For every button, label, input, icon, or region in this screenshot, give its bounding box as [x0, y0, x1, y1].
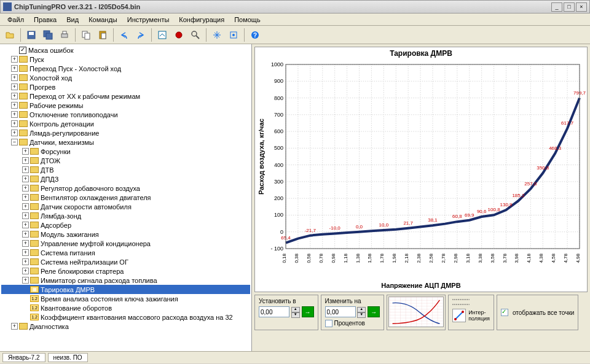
set-apply-button[interactable]: → — [302, 306, 314, 317]
tree-subfolder[interactable]: +Система нейтрализации ОГ — [1, 257, 250, 266]
expand-icon[interactable]: + — [11, 111, 18, 118]
tree-sensors[interactable]: −Датчики, механизмы — [1, 137, 250, 147]
menu-edit[interactable]: Правка — [29, 15, 61, 25]
tree-folder[interactable]: +Переход от ХХ к рабочим режимам — [1, 91, 250, 101]
change-input[interactable] — [325, 306, 356, 317]
tree-subfolder[interactable]: +Вентилятор охлаждения двигателя — [1, 193, 250, 202]
maximize-button[interactable]: □ — [564, 2, 575, 12]
expand-icon[interactable]: + — [11, 65, 18, 72]
tree-subfolder[interactable]: +Адсорбер — [1, 220, 250, 230]
tool2-icon[interactable] — [171, 28, 186, 42]
tree-folder[interactable]: +Рабочие режимы — [1, 101, 250, 110]
close-button[interactable]: × — [576, 2, 587, 12]
spin-up-icon[interactable]: ▲ — [357, 307, 366, 312]
toolbar: ? — [0, 26, 590, 44]
interp-icon[interactable] — [452, 309, 466, 322]
help-icon[interactable]: ? — [248, 28, 262, 42]
expand-icon[interactable]: + — [22, 231, 29, 238]
folder-icon — [30, 194, 39, 201]
tree-subfolder[interactable]: +Иммитатор сигнала расхода топлива — [1, 276, 250, 285]
expand-icon[interactable]: + — [22, 277, 29, 284]
tree-item-selected[interactable]: ▦Тарировка ДМРВ — [1, 285, 250, 294]
expand-icon[interactable]: + — [22, 258, 29, 265]
svg-text:90,6: 90,6 — [477, 209, 487, 214]
tree-subfolder[interactable]: +Форсунки — [1, 147, 250, 156]
expand-icon[interactable]: + — [11, 130, 18, 136]
chart-area[interactable]: Тарировка ДМРВ- 100010020030040050060070… — [254, 47, 588, 292]
expand-icon[interactable]: + — [22, 185, 29, 192]
expand-icon[interactable]: + — [22, 194, 29, 201]
search-icon[interactable] — [188, 28, 203, 42]
undo-icon[interactable] — [117, 28, 132, 42]
tree-diag[interactable]: +Диагностика — [1, 322, 250, 331]
tree-subfolder[interactable]: +Лямбда-зонд — [1, 211, 250, 220]
tree-folder[interactable]: +Прогрев — [1, 82, 250, 91]
expand-icon[interactable]: + — [22, 148, 29, 155]
tree-subfolder[interactable]: +ДТОЖ — [1, 156, 250, 165]
tree-param[interactable]: 1.2Коэффициент квантования массового рас… — [1, 312, 250, 322]
tree-folder[interactable]: +Лямда-регулирование — [1, 128, 250, 137]
percent-checkbox[interactable] — [325, 320, 332, 327]
tree-subfolder[interactable]: +Реле блокировки стартера — [1, 266, 250, 276]
expand-icon[interactable]: + — [22, 240, 29, 247]
tree-param[interactable]: 1.2Квантование оборотов — [1, 303, 250, 312]
tree-folder[interactable]: +Пуск — [1, 55, 250, 64]
expand-icon[interactable]: + — [22, 268, 29, 274]
show-all-checkbox[interactable] — [501, 309, 508, 316]
tree-subfolder[interactable]: +ДПДЗ — [1, 174, 250, 184]
expand-icon[interactable]: + — [11, 102, 18, 109]
save-icon[interactable] — [24, 28, 39, 42]
tree-subfolder[interactable]: +ДТВ — [1, 165, 250, 174]
expand-icon[interactable]: + — [11, 83, 18, 90]
tree-folder[interactable]: +Холостой ход — [1, 73, 250, 82]
menu-help[interactable]: Помощь — [229, 15, 266, 25]
expand-icon[interactable]: + — [11, 74, 18, 81]
menu-config[interactable]: Конфигурация — [174, 15, 229, 25]
folder-icon — [19, 323, 28, 330]
expand-icon[interactable]: + — [22, 222, 29, 228]
tree-param[interactable]: 1.2Время анализа состояния ключа зажиган… — [1, 294, 250, 303]
tree-subfolder[interactable]: +Модуль зажигания — [1, 230, 250, 239]
tree-mask[interactable]: Маска ошибок — [1, 45, 250, 55]
open-icon[interactable] — [2, 28, 17, 42]
tree-subfolder[interactable]: +Система питания — [1, 248, 250, 257]
cfg1-icon[interactable] — [210, 28, 224, 42]
spin-down-icon[interactable]: ▼ — [291, 312, 300, 318]
tree-subfolder[interactable]: +Датчик скорости автомобиля — [1, 202, 250, 211]
expand-icon[interactable]: + — [22, 176, 29, 182]
cfg2-icon[interactable] — [226, 28, 241, 42]
print-icon[interactable] — [57, 28, 72, 42]
expand-icon[interactable]: + — [11, 323, 18, 330]
tool1-icon[interactable] — [155, 28, 170, 42]
redo-icon[interactable] — [133, 28, 148, 42]
rows-icon[interactable] — [452, 298, 470, 306]
expand-icon[interactable]: + — [22, 249, 29, 256]
menu-commands[interactable]: Команды — [84, 15, 122, 25]
tree-subfolder[interactable]: +Регулятор добавочного воздуха — [1, 184, 250, 193]
expand-icon[interactable]: + — [11, 93, 18, 99]
paste-icon[interactable] — [95, 28, 110, 42]
tree-panel[interactable]: Маска ошибок +Пуск+Переход Пуск - Холост… — [0, 44, 252, 351]
tree-folder[interactable]: +Переход Пуск - Холостой ход — [1, 64, 250, 73]
collapse-icon[interactable]: − — [11, 139, 18, 145]
expand-icon[interactable]: + — [11, 56, 18, 63]
expand-icon[interactable]: + — [11, 120, 18, 127]
tree-subfolder[interactable]: +Управление муфтой кондиционера — [1, 239, 250, 248]
save-multi-icon[interactable] — [41, 28, 55, 42]
set-input[interactable] — [259, 306, 289, 317]
expand-icon[interactable]: + — [22, 166, 29, 173]
spin-down-icon[interactable]: ▼ — [357, 312, 366, 318]
menu-view[interactable]: Вид — [61, 15, 84, 25]
mini-chart-1[interactable] — [388, 296, 444, 327]
tree-folder[interactable]: +Отключение топливоподачи — [1, 110, 250, 119]
menu-file[interactable]: Файл — [2, 15, 29, 25]
copy-icon[interactable] — [79, 28, 93, 42]
expand-icon[interactable]: + — [22, 157, 29, 164]
expand-icon[interactable]: + — [22, 203, 29, 210]
expand-icon[interactable]: + — [22, 212, 29, 219]
spin-up-icon[interactable]: ▲ — [291, 307, 300, 312]
tree-folder[interactable]: +Контроль детонации — [1, 119, 250, 128]
menu-tools[interactable]: Инструменты — [122, 15, 175, 25]
change-apply-button[interactable]: → — [368, 306, 380, 317]
minimize-button[interactable]: _ — [551, 2, 562, 12]
